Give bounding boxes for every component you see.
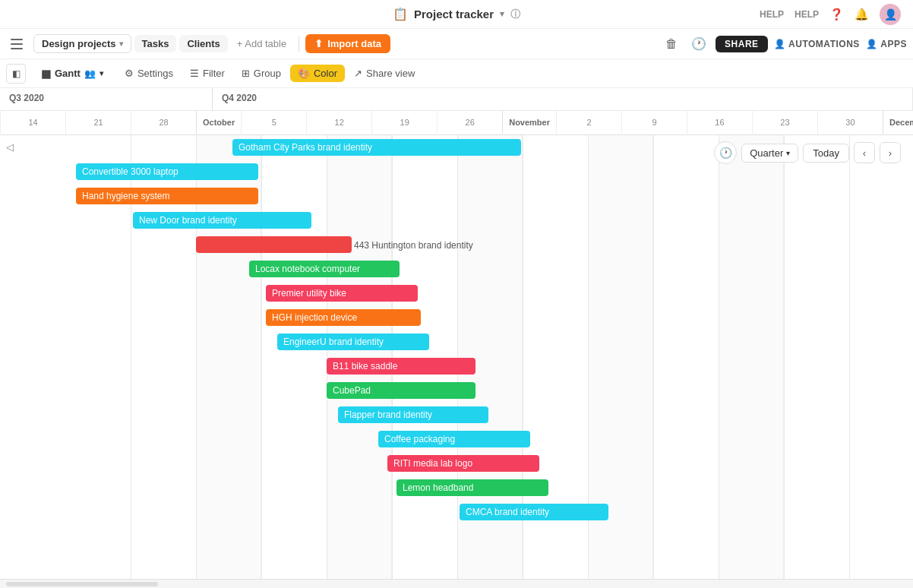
november-label: November	[503, 118, 556, 127]
group-label: Group	[254, 68, 281, 79]
clock-button[interactable]: 🕐	[714, 141, 737, 164]
quarter-labels-row: Q3 2020 Q4 2020	[0, 88, 913, 111]
import-icon: ⬆	[314, 38, 323, 49]
bar-cubepad[interactable]: CubePad	[327, 382, 475, 399]
bar-engineeru[interactable]: EngineerU brand identity	[277, 334, 429, 350]
next-button[interactable]: ›	[880, 142, 901, 163]
add-table-button[interactable]: + Add table	[231, 35, 292, 52]
prev-button[interactable]: ‹	[854, 142, 875, 163]
tasks-tab[interactable]: Tasks	[134, 35, 177, 52]
bar-flapper-label: Flapper brand identity	[344, 409, 432, 420]
week-labels-row: 14 21 28 October 5 12 19 26 November 2 9…	[0, 111, 913, 134]
add-table-label: + Add table	[237, 38, 286, 49]
trash-icon[interactable]: 🗑	[661, 33, 682, 55]
avatar[interactable]: 👤	[880, 4, 901, 25]
bar-premier-label: Premier utility bike	[272, 288, 346, 299]
quarter-selector[interactable]: Quarter ▾	[741, 144, 798, 163]
history-icon[interactable]: 🕐	[688, 33, 709, 55]
bar-coffee-label: Coffee packaging	[384, 434, 455, 444]
design-projects-tab[interactable]: Design projects ▾	[33, 34, 131, 53]
bar-lemon[interactable]: Lemon headband	[396, 479, 548, 496]
help-label[interactable]: HELP	[760, 9, 784, 20]
briefcase-icon: 📋	[393, 7, 408, 21]
share-view-button[interactable]: ↗ Share view	[346, 65, 422, 82]
import-label: Import data	[327, 38, 381, 49]
hamburger-button[interactable]	[6, 33, 27, 55]
quarter-label: Quarter	[750, 147, 783, 159]
bar-coffee[interactable]: Coffee packaging	[378, 431, 530, 447]
apps-icon: 👤	[866, 39, 878, 49]
next-icon: ›	[889, 147, 892, 159]
bar-443-outside-label: 443 Huntington brand identity	[354, 240, 473, 251]
bar-b11[interactable]: B11 bike saddle	[327, 358, 475, 375]
grid-line-6	[457, 135, 458, 579]
week-9: 9	[621, 111, 687, 134]
grid-line-3	[261, 135, 262, 579]
title-text: Project tracker	[414, 8, 494, 21]
gantt-controls: 🕐 Quarter ▾ Today ‹ ›	[714, 141, 901, 164]
dropdown-arrow-icon[interactable]: ▾	[500, 9, 504, 19]
clients-tab[interactable]: Clients	[179, 35, 227, 52]
gantt-rows: Gotham City Parks brand identity Convert…	[0, 135, 913, 579]
bar-convertible[interactable]: Convertible 3000 laptop	[76, 163, 258, 180]
bar-engineeru-label: EngineerU brand identity	[283, 337, 384, 347]
bell-icon[interactable]: 🔔	[855, 8, 869, 21]
sidebar-toggle-button[interactable]: ◧	[6, 64, 26, 84]
bar-new-door[interactable]: New Door brand identity	[133, 212, 311, 229]
prev-icon: ‹	[863, 147, 866, 159]
col-stripe-5	[719, 135, 784, 579]
scrollbar-area[interactable]	[0, 579, 913, 588]
import-data-button[interactable]: ⬆ Import data	[305, 34, 390, 53]
app-title: 📋 Project tracker ▾ ⓘ	[393, 7, 520, 21]
help-question-icon[interactable]: ❓	[829, 8, 844, 21]
bar-premier[interactable]: Premier utility bike	[266, 285, 418, 302]
week-30: 30	[817, 111, 883, 134]
color-button[interactable]: 🎨 Color	[290, 65, 345, 82]
week-23: 23	[752, 111, 817, 134]
gantt-icon: ▦	[41, 68, 51, 80]
settings-label: Settings	[137, 68, 173, 79]
filter-label: Filter	[203, 68, 225, 79]
color-label: Color	[314, 68, 337, 79]
bar-hand-hygiene[interactable]: Hand hygiene system	[76, 188, 258, 204]
gantt-container: Q3 2020 Q4 2020 14 21 28 October 5 12 19…	[0, 88, 913, 588]
bar-cmca[interactable]: CMCA brand identity	[460, 504, 608, 520]
december-label: December	[883, 118, 913, 127]
bar-riti-label: RITI media lab logo	[393, 458, 472, 469]
bar-hgh[interactable]: HGH injection device	[266, 309, 421, 326]
view-controls: ⚙ Settings ☰ Filter ⊞ Group 🎨 Color ↗ Sh…	[117, 65, 422, 82]
share-button[interactable]: SHARE	[716, 36, 768, 52]
group-icon: ⊞	[242, 68, 250, 79]
filter-icon: ☰	[190, 68, 199, 79]
bar-hand-hygiene-label: Hand hygiene system	[82, 191, 169, 201]
settings-button[interactable]: ⚙ Settings	[117, 65, 181, 82]
col-stripe-2	[327, 135, 392, 579]
filter-button[interactable]: ☰ Filter	[182, 65, 232, 82]
color-icon: 🎨	[298, 68, 310, 79]
scrollbar-track[interactable]	[6, 582, 158, 586]
bar-convertible-label: Convertible 3000 laptop	[82, 166, 178, 177]
info-icon[interactable]: ⓘ	[510, 8, 520, 21]
automations-button[interactable]: 👤 AUTOMATIONS	[774, 39, 860, 49]
bar-flapper[interactable]: Flapper brand identity	[338, 406, 488, 423]
bar-gotham[interactable]: Gotham City Parks brand identity	[232, 139, 521, 156]
tab-divider	[299, 36, 299, 52]
apps-button[interactable]: 👤 APPS	[866, 39, 907, 49]
help-text[interactable]: HELP	[795, 9, 819, 20]
bar-locax[interactable]: Locax notebook computer	[249, 261, 400, 277]
gantt-arrow-icon[interactable]: ▾	[100, 69, 103, 77]
group-button[interactable]: ⊞ Group	[234, 65, 289, 82]
apps-label: APPS	[880, 39, 907, 49]
gantt-view-tab[interactable]: ▦ Gantt 👥 ▾	[33, 65, 111, 83]
share-label: SHARE	[725, 39, 759, 49]
grid-line-12	[849, 135, 850, 579]
today-label: Today	[813, 147, 839, 159]
tab-dropdown-arrow-icon[interactable]: ▾	[119, 40, 123, 48]
tasks-label: Tasks	[142, 38, 169, 49]
left-pin-button[interactable]: ◁	[6, 141, 14, 153]
bar-443-huntington[interactable]	[196, 236, 352, 253]
today-button[interactable]: Today	[803, 144, 849, 163]
bar-riti[interactable]: RITI media lab logo	[387, 455, 539, 472]
gantt-body[interactable]: Gotham City Parks brand identity Convert…	[0, 135, 913, 579]
grid-line-11	[784, 135, 785, 579]
